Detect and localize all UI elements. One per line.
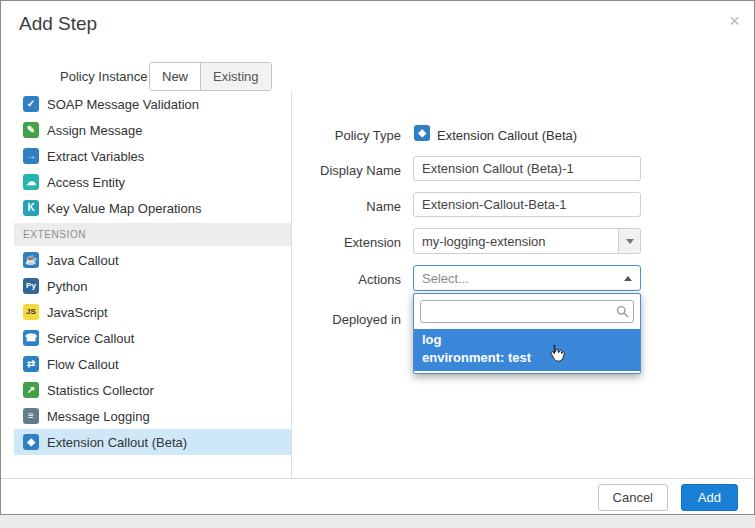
sidebar-item-label: Java Callout [47,253,119,268]
flow-callout-icon: ⇄ [23,356,39,372]
sidebar-item-label: Key Value Map Operations [47,201,201,216]
soap-message-validation-icon: ✓ [23,96,39,112]
sidebar-item-key-value-map-operations[interactable]: K Key Value Map Operations [14,195,291,221]
policy-instance-label: Policy Instance [60,69,147,84]
footer-divider [1,478,754,479]
sidebar-item-statistics-collector[interactable]: ↗ Statistics Collector [14,377,291,403]
name-input[interactable] [413,192,641,217]
name-label: Name [291,199,401,214]
extension-select-value: my-logging-extension [414,234,618,249]
sidebar-item-label: Statistics Collector [47,383,154,398]
sidebar-item-label: Access Entity [47,175,125,190]
extension-select[interactable]: my-logging-extension [413,228,641,254]
extension-label: Extension [291,235,401,250]
sidebar-item-soap-message-validation[interactable]: ✓ SOAP Message Validation [14,91,291,117]
sidebar-item-label: Assign Message [47,123,142,138]
cancel-button[interactable]: Cancel [598,484,668,511]
actions-label: Actions [291,272,401,287]
chevron-down-icon [618,229,640,253]
add-step-dialog: Add Step × Policy Instance New Existing … [0,0,755,515]
access-entity-icon: ☁ [23,174,39,190]
close-icon[interactable]: × [729,11,740,30]
actions-option-log[interactable]: log environment: test [414,329,640,371]
sidebar-item-label: SOAP Message Validation [47,97,199,112]
sidebar-item-label: Flow Callout [47,357,119,372]
actions-dropdown-panel: log environment: test [413,293,641,374]
actions-search-input[interactable] [420,300,634,323]
sidebar-item-assign-message[interactable]: ✎ Assign Message [14,117,291,143]
java-callout-icon: ☕ [23,252,39,268]
sidebar-item-label: Service Callout [47,331,134,346]
sidebar-item-extract-variables[interactable]: → Extract Variables [14,143,291,169]
policy-instance-existing-button[interactable]: Existing [200,63,271,90]
sidebar-item-label: Message Logging [47,409,150,424]
key-value-map-icon: K [23,200,39,216]
sidebar-item-extension-callout-beta[interactable]: ◈ Extension Callout (Beta) [14,429,291,455]
statistics-collector-icon: ↗ [23,382,39,398]
actions-select-placeholder: Select... [422,271,469,286]
actions-search [420,300,634,323]
extension-section-header: EXTENSION [14,223,291,246]
sidebar-item-flow-callout[interactable]: ⇄ Flow Callout [14,351,291,377]
add-button[interactable]: Add [681,484,738,511]
policy-type-value: Extension Callout (Beta) [437,128,577,143]
search-icon [616,305,629,318]
dialog-title: Add Step [19,13,97,35]
display-name-label: Display Name [291,163,401,178]
actions-select[interactable]: Select... [413,265,641,291]
sidebar-item-message-logging[interactable]: ≡ Message Logging [14,403,291,429]
sidebar-item-access-entity[interactable]: ☁ Access Entity [14,169,291,195]
mouse-cursor [548,344,565,367]
policy-type-icon: ◈ [414,125,430,141]
sidebar-item-label: Python [47,279,87,294]
actions-option-title: log [422,331,640,349]
sidebar-item-java-callout[interactable]: ☕ Java Callout [14,247,291,273]
sidebar-item-service-callout[interactable]: ☎ Service Callout [14,325,291,351]
deployed-in-label: Deployed in [291,312,401,327]
sidebar-item-python[interactable]: Py Python [14,273,291,299]
display-name-input[interactable] [413,156,641,181]
sidebar-item-label: Extract Variables [47,149,144,164]
actions-option-subtitle: environment: test [422,349,640,367]
sidebar-item-label: JavaScript [47,305,108,320]
policy-instance-new-button[interactable]: New [150,63,200,90]
policy-instance-toggle: New Existing [149,62,272,91]
chevron-up-icon [624,276,632,281]
assign-message-icon: ✎ [23,122,39,138]
service-callout-icon: ☎ [23,330,39,346]
policy-list: ✓ SOAP Message Validation ✎ Assign Messa… [14,91,291,455]
extract-variables-icon: → [23,148,39,164]
sidebar-item-label: Extension Callout (Beta) [47,435,187,450]
background-page-strip [0,516,755,528]
sidebar-item-javascript[interactable]: JS JavaScript [14,299,291,325]
javascript-icon: JS [23,304,39,320]
message-logging-icon: ≡ [23,408,39,424]
policy-type-label: Policy Type [291,128,401,143]
extension-callout-icon: ◈ [23,434,39,450]
python-icon: Py [23,278,39,294]
